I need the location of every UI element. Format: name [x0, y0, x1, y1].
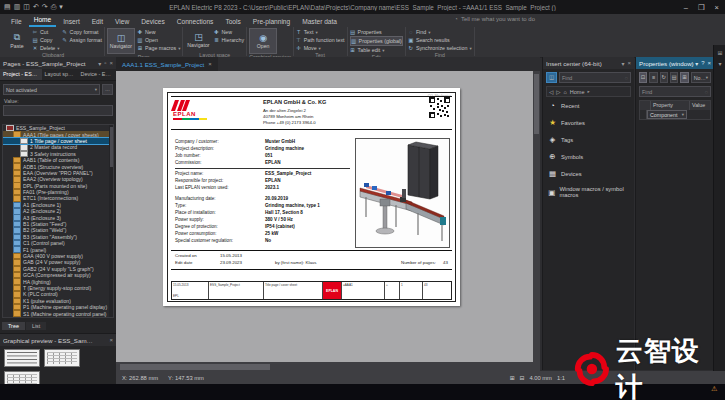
folder-icon[interactable]: ▤ — [670, 72, 678, 83]
insert-center-item-tags[interactable]: ◈Tags — [543, 131, 634, 148]
insert-center-item-window[interactable]: ▣Window macros / symbol macros — [543, 182, 634, 202]
navigator-button[interactable]: ◳Navigator — [185, 28, 211, 52]
tab-close-icon[interactable]: × — [208, 61, 212, 67]
properties-button[interactable]: ▤Properties — [350, 28, 403, 36]
assign-format-button[interactable]: ✎Assign format — [62, 36, 102, 44]
refresh-icon[interactable]: ↻ — [660, 72, 668, 83]
layout-icon[interactable]: ⊡ — [639, 72, 647, 83]
cut-button[interactable]: ✂Cut — [32, 28, 60, 36]
tab-list[interactable]: List — [26, 322, 46, 330]
ribbon-tab-pre-planning[interactable]: Pre-planning — [248, 16, 295, 27]
property-row[interactable]: Component▾ — [640, 110, 710, 119]
document-tab[interactable]: AAA1.1 ESS_Sample_Project × — [116, 57, 218, 71]
new-button[interactable]: ✚New — [213, 28, 244, 36]
maximize-button[interactable]: ❐ — [698, 3, 705, 12]
info-value: EPLAN — [265, 160, 281, 165]
insert-center-item-devices[interactable]: ▦Devices — [543, 165, 634, 182]
panel-close-icon[interactable]: × — [109, 60, 113, 67]
search-results-button[interactable]: ▣Search results — [408, 36, 472, 44]
panel-float-icon[interactable]: ▫ — [104, 60, 106, 67]
new-button[interactable]: ✚New — [137, 28, 180, 36]
insert-center-close-icon[interactable]: × — [627, 60, 631, 67]
tree-scrollbar[interactable] — [109, 125, 113, 317]
value-input[interactable] — [3, 105, 113, 116]
button-label: Assign format — [70, 37, 102, 43]
insert-center-item-favorites[interactable]: ★Favorites — [543, 114, 634, 131]
panel-pin-icon[interactable]: ▾ — [98, 60, 101, 67]
preview-close-icon[interactable]: × — [109, 337, 113, 343]
dock-layout-icon[interactable]: ⊞ — [714, 49, 725, 56]
info-row: Company / customer:Muster GmbH — [175, 138, 350, 145]
ribbon-tab-edit[interactable]: Edit — [87, 16, 108, 27]
open-button[interactable]: ◉Open — [249, 28, 277, 54]
copy-button[interactable]: ▤Copy — [32, 36, 60, 44]
tab-tree[interactable]: Tree — [2, 322, 25, 330]
forward-icon[interactable]: ▷ — [556, 89, 560, 95]
list-view-icon[interactable]: ≡ — [649, 72, 657, 83]
delete-button[interactable]: ✕Delete▾ — [32, 44, 60, 52]
properties-close-icon[interactable]: × — [707, 60, 711, 67]
snap-toggle-icon[interactable]: ⊟ — [520, 375, 525, 381]
copy-format-button[interactable]: ✎Copy format — [62, 28, 102, 36]
ribbon-tab-connections[interactable]: Connections — [172, 16, 219, 27]
filter-browse-button[interactable]: … — [102, 84, 113, 95]
insert-center-pin-icon[interactable]: ▾ — [621, 60, 624, 67]
graphical-editor-canvas[interactable]: CO_Mechanics EPLAN EPLAN GmbH & Co. KG A… — [116, 71, 533, 362]
navigator-button[interactable]: ◫Navigator — [107, 28, 135, 54]
dock-collapse-icon[interactable]: ▾ — [714, 60, 725, 67]
filter-dropdown[interactable]: Not activated ▾ — [3, 84, 100, 95]
tree-item[interactable]: S1 (Machine operating control panel) — [3, 310, 113, 316]
ribbon-tab-master-data[interactable]: Master data — [297, 16, 342, 27]
insert-center-item-symbols[interactable]: ⊕Symbols — [543, 148, 634, 165]
ribbon-tab-home[interactable]: Home — [29, 14, 57, 27]
cut-icon: ✂ — [32, 29, 38, 35]
symbols-icon: ⊕ — [548, 152, 557, 161]
info-row: Commission:EPLAN — [175, 159, 350, 166]
path-function-text-button[interactable]: ⊤Path function text — [296, 36, 345, 44]
button-label: Text — [304, 29, 314, 35]
canvas-horizontal-scrollbar[interactable] — [116, 362, 540, 371]
ribbon-tab-view[interactable]: View — [110, 16, 134, 27]
insert-center-item-label: Tags — [561, 137, 573, 143]
text-button[interactable]: TText▾ — [296, 28, 345, 36]
properties-search[interactable]: Find ◌ — [639, 86, 711, 97]
chevron-right-icon: ▸ — [587, 89, 589, 94]
find-button[interactable]: ◌Find▾ — [408, 28, 472, 36]
tree-item-label: B2 (Station "Weld") — [23, 227, 66, 233]
insert-mode-icon[interactable]: ◫ — [546, 72, 557, 83]
move-button[interactable]: ✛Move▾ — [296, 44, 345, 52]
back-icon[interactable]: ◁ — [549, 89, 553, 95]
insert-center-header: Insert center (64-bit) ▾× — [543, 57, 634, 69]
canvas-vertical-scrollbar[interactable] — [533, 71, 540, 362]
pages-tab[interactable]: Layout space… — [42, 69, 78, 80]
close-button[interactable]: × — [715, 3, 719, 12]
table-view-icon[interactable]: ⊞ — [680, 72, 688, 83]
synchronize-selection-button[interactable]: ↻Synchronize selection▾ — [408, 44, 472, 52]
assist-search[interactable]: ◔ Tell me what you want to do — [454, 16, 535, 22]
properties-pin-icon[interactable]: ▾ — [695, 60, 698, 67]
pages-tab[interactable]: Device - ESS_… — [78, 69, 116, 80]
table-edit-button[interactable]: ⊞Table edit▾ — [350, 46, 403, 54]
breadcrumb-home-label[interactable]: Home — [570, 89, 585, 95]
page-thumbnail[interactable] — [4, 349, 40, 367]
page-macros-button[interactable]: ⊞Page macros▾ — [137, 44, 180, 52]
pages-tab[interactable]: Project - ESS_S… — [0, 69, 42, 80]
hierarchy-button[interactable]: ≣Hierarchy — [213, 36, 244, 44]
properties-filter-dropdown[interactable]: No…▾ — [691, 72, 711, 83]
properties-help-icon[interactable]: ? — [701, 60, 704, 67]
paste-button[interactable]: ⧉Paste — [4, 28, 30, 52]
insert-center-item-recent[interactable]: ◔Recent — [543, 97, 634, 114]
ribbon-tab-insert[interactable]: Insert — [58, 16, 85, 27]
ribbon-tab-file[interactable]: File — [6, 16, 27, 27]
open-button[interactable]: ▥Open — [137, 36, 180, 44]
grid-toggle-icon[interactable]: ⊞ — [510, 375, 515, 381]
page-thumbnail[interactable] — [44, 349, 80, 367]
insert-center-search[interactable]: Find ◌ — [559, 72, 631, 83]
properties-global--button[interactable]: ▥Properties (global) — [350, 36, 403, 46]
tree-item-label: B3 (Station "Assembly") — [23, 234, 77, 240]
ribbon-tab-devices[interactable]: Devices — [136, 16, 169, 27]
value-cell[interactable] — [687, 110, 710, 119]
minimize-button[interactable]: – — [684, 3, 688, 12]
property-cell[interactable]: Component▾ — [647, 110, 687, 119]
ribbon-tab-tools[interactable]: Tools — [220, 16, 245, 27]
